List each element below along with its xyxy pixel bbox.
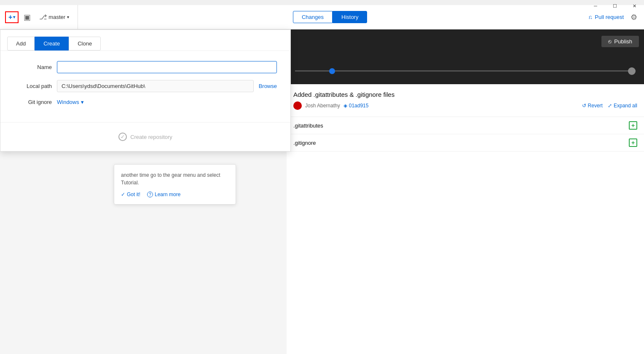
file-add-button[interactable]: + [629, 121, 637, 130]
clone-tab[interactable]: Clone [69, 37, 101, 51]
window-controls: ─ ☐ ✕ [586, 0, 644, 12]
branch-icon: ⎇ [39, 13, 47, 21]
timeline-end [628, 67, 636, 75]
publish-icon: ⎋ [608, 38, 612, 45]
got-it-icon: ✓ [121, 192, 125, 197]
add-icon: + [8, 14, 12, 21]
expand-icon: ⤢ [608, 103, 612, 109]
file-add-button[interactable]: + [629, 138, 637, 147]
commit-section: Added .gitattributes & .gitignore files … [287, 84, 644, 117]
create-dropdown: Add Create Clone Name Local path Browse … [0, 29, 291, 152]
history-panel: ⎋ Publish Added .gitattributes & .gitign… [287, 29, 644, 354]
gitignore-value: Windows [57, 99, 79, 105]
branch-selector[interactable]: ⎇ master ▾ [36, 13, 72, 21]
author-name: Josh Abernathy [305, 103, 340, 109]
gear-icon: ⚙ [631, 13, 637, 21]
name-label: Name [14, 64, 52, 70]
tutorial-text: another time go to the gear menu and sel… [121, 171, 229, 186]
pull-request-button[interactable]: ⎌ Pull request [589, 14, 624, 20]
name-input[interactable] [57, 61, 277, 73]
history-tab[interactable]: History [333, 11, 367, 23]
settings-button[interactable]: ⚙ [631, 13, 637, 22]
tutorial-actions: ✓ Got it! ? Learn more [121, 192, 229, 197]
gitignore-row: Git ignore Windows ▾ [14, 99, 277, 105]
got-it-label: Got it! [127, 192, 140, 197]
browse-button[interactable]: Browse [259, 83, 277, 89]
gitignore-caret-icon: ▾ [81, 99, 84, 105]
revert-label: Revert [588, 103, 603, 109]
maximize-button[interactable]: ☐ [605, 0, 625, 12]
file-row: .gitattributes + [287, 117, 644, 134]
local-path-label: Local path [14, 83, 52, 89]
create-repo-button[interactable]: ✓ Create repository [118, 133, 172, 141]
file-list: .gitattributes + .gitignore + [287, 117, 644, 152]
learn-more-button[interactable]: ? Learn more [147, 192, 180, 197]
gitignore-selector[interactable]: Windows ▾ [57, 99, 84, 105]
pull-request-icon: ⎌ [589, 14, 592, 20]
revert-button[interactable]: ↺ Revert [582, 103, 603, 109]
expand-label: Expand all [614, 103, 637, 109]
sidebar-icon: ▣ [24, 13, 31, 21]
tutorial-popup: another time go to the gear menu and sel… [114, 164, 236, 205]
create-tab[interactable]: Create [35, 37, 69, 51]
file-name: .gitattributes [293, 122, 323, 129]
publish-label: Publish [614, 38, 632, 45]
create-form: Name Local path Browse Git ignore Window… [0, 51, 290, 122]
revert-icon: ↺ [582, 103, 586, 109]
changes-tab[interactable]: Changes [293, 11, 333, 23]
commit-title: Added .gitattributes & .gitignore files [293, 91, 637, 98]
tab-group: Changes History [78, 11, 582, 23]
create-repo-section: ✓ Create repository [0, 122, 290, 151]
learn-more-icon: ? [147, 192, 153, 197]
add-caret-icon: ▾ [13, 15, 15, 19]
publish-button[interactable]: ⎋ Publish [601, 36, 639, 47]
local-path-row: Local path Browse [14, 80, 277, 92]
add-tab[interactable]: Add [7, 37, 35, 51]
local-path-input[interactable] [57, 80, 254, 92]
expand-all-button[interactable]: ⤢ Expand all [608, 103, 637, 109]
avatar [293, 101, 302, 110]
minimize-button[interactable]: ─ [586, 0, 605, 12]
learn-more-label: Learn more [155, 192, 180, 197]
commit-hash-value: 01ad915 [349, 103, 369, 109]
commit-meta: Josh Abernathy ◈ 01ad915 ↺ Revert ⤢ Expa… [293, 101, 637, 110]
toolbar-right: ⎌ Pull request ⚙ [582, 13, 644, 22]
close-button[interactable]: ✕ [625, 0, 644, 12]
toolbar-left: + ▾ ▣ ⎇ master ▾ [0, 5, 78, 29]
sidebar-toggle-button[interactable]: ▣ [22, 11, 32, 24]
main-content: ⎋ Publish Added .gitattributes & .gitign… [0, 29, 644, 354]
gitignore-label: Git ignore [14, 99, 52, 105]
create-dropdown-tabs: Add Create Clone [0, 30, 290, 51]
add-button[interactable]: + ▾ [5, 11, 19, 23]
commit-hash: ◈ 01ad915 [343, 103, 369, 109]
name-row: Name [14, 61, 277, 73]
create-repo-label: Create repository [130, 134, 172, 140]
file-name: .gitignore [293, 140, 316, 146]
branch-caret-icon: ▾ [67, 15, 69, 19]
timeline-bar [295, 70, 636, 72]
commit-hash-icon: ◈ [343, 103, 347, 109]
got-it-button[interactable]: ✓ Got it! [121, 192, 140, 197]
main-toolbar: + ▾ ▣ ⎇ master ▾ Changes History ⎌ Pull … [0, 5, 644, 29]
timeline-dot [329, 68, 335, 74]
branch-name: master [48, 14, 65, 20]
file-row: .gitignore + [287, 134, 644, 152]
create-repo-icon: ✓ [118, 133, 127, 141]
pull-request-label: Pull request [595, 14, 624, 20]
history-header [287, 29, 644, 84]
commit-actions: ↺ Revert ⤢ Expand all [582, 103, 637, 109]
